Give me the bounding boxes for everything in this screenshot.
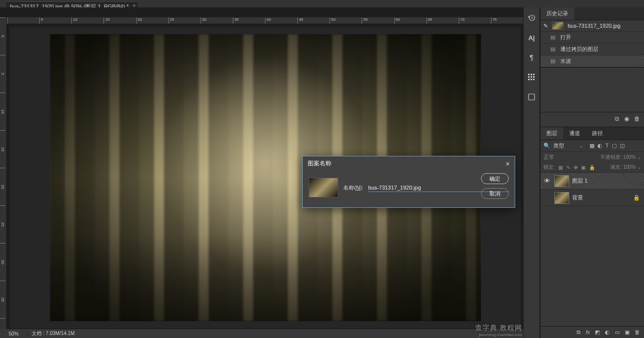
svg-rect-2 [531,74,532,75]
snapshot-icon[interactable]: ◉ [624,115,629,124]
ok-button[interactable]: 确定 [481,173,509,184]
watermark: 查字典 教程网 jiaocheng.chazidian.com [475,324,522,337]
history-step-label: 打开 [560,34,571,41]
paragraph-icon[interactable]: ¶ [525,51,538,64]
history-item[interactable]: ▤通过拷贝的图层 [540,44,644,55]
dialog-title: 图案名称 [308,159,331,168]
layer-row[interactable]: 👁图层 1 [540,173,644,190]
history-step-icon: ▤ [549,35,556,41]
ruler-vertical[interactable]: 051015202530354045 [0,17,7,329]
fill-label: 填充: [610,164,622,170]
close-icon[interactable]: × [506,160,510,168]
zoom-field[interactable]: 50% [0,331,28,337]
svg-rect-7 [528,79,530,80]
create-document-icon[interactable]: ⧉ [615,115,619,124]
fill-value[interactable]: 100% [623,164,636,170]
history-step-icon: ▤ [549,47,556,52]
lock-icon: 🔒 [633,194,640,201]
history-item[interactable]: ▤打开 [540,32,644,44]
swatches-icon[interactable] [525,91,538,103]
filter-shape-icon[interactable]: ▢ [612,143,617,149]
lock-artboard-icon[interactable]: ▣ [581,165,586,170]
history-source-label: bus-731317_1920.jpg [568,23,620,29]
filter-smart-icon[interactable]: ◫ [620,143,625,149]
svg-rect-1 [528,74,530,75]
grid-icon[interactable] [525,71,538,84]
lock-brush-icon[interactable]: ✎ [566,165,570,170]
link-layers-icon[interactable]: ⧉ [577,329,581,336]
lock-all-icon[interactable]: 🔒 [589,165,595,170]
mask-icon[interactable]: ◩ [595,329,600,336]
ruler-horizontal[interactable]: 51015202530354045505560657075 [7,17,523,24]
kind-select[interactable]: 类型 [553,142,576,149]
pattern-name-dialog: 图案名称 × 名称(N): 确定 取消 [302,156,515,208]
layer-thumbnail[interactable] [554,175,569,187]
tab-layers[interactable]: 图层 [540,127,563,140]
svg-rect-5 [531,76,532,78]
new-layer-icon[interactable]: ▣ [625,329,630,336]
lock-label: 锁定: [543,164,555,171]
history-thumbnail [552,22,564,30]
history-step-icon: ▤ [549,58,556,64]
layers-panel: 图层通道路径 🔍 类型 ⌄ ▦ ◐ T ▢ ◫ 正常 不透明度: 100% ⌄ … [540,127,644,338]
history-step-label: 通过拷贝的图层 [560,46,598,53]
lock-position-icon[interactable]: ✥ [574,165,578,170]
filter-type-icon[interactable]: T [605,143,609,149]
search-icon[interactable]: 🔍 [543,143,550,149]
history-panel: 历史记录 ✎ bus-731317_1920.jpg ▤打开▤通过拷贝的图层▤水… [540,7,644,127]
filter-pixel-icon[interactable]: ▦ [590,143,594,149]
character-icon[interactable]: A| [525,31,538,44]
fx-icon[interactable]: fx [586,329,590,336]
opacity-value[interactable]: 100% [623,154,636,160]
trash-icon[interactable]: 🗑 [634,115,640,124]
filter-adjust-icon[interactable]: ◐ [597,143,602,149]
tab-paths[interactable]: 路径 [586,127,609,140]
layer-name[interactable]: 背景 [572,194,583,201]
trash-icon[interactable]: 🗑 [635,329,640,336]
layer-thumbnail[interactable] [554,192,569,204]
document-info[interactable]: 文档 : 7.03M/14.1M [28,330,79,337]
pattern-thumbnail [309,178,338,197]
visibility-icon[interactable]: 👁 [542,177,551,185]
history-icon[interactable] [525,11,538,24]
history-step-label: 水波 [560,57,571,65]
opacity-label: 不透明度: [600,154,622,160]
brush-icon: ✎ [543,23,550,29]
history-item[interactable]: ▤水波 [540,55,644,67]
canvas-area: 51015202530354045505560657075 0510152025… [0,7,523,338]
collapsed-panel-dock: A| ¶ [523,7,540,338]
layer-row[interactable]: 背景🔒 [540,190,644,206]
status-bar: 50% 文档 : 7.03M/14.1M [0,329,523,338]
svg-rect-3 [533,74,535,75]
svg-rect-6 [533,76,535,78]
history-source[interactable]: ✎ bus-731317_1920.jpg [540,20,644,32]
tab-history[interactable]: 历史记录 [540,7,574,20]
adjustment-icon[interactable]: ◐ [605,329,610,336]
svg-rect-9 [533,79,535,80]
layer-name[interactable]: 图层 1 [572,177,588,185]
svg-rect-10 [529,94,535,100]
blend-mode-select[interactable]: 正常 [543,153,573,161]
lock-pixels-icon[interactable]: ▦ [558,165,563,170]
tab-channels[interactable]: 通道 [563,127,586,140]
cancel-button[interactable]: 取消 [481,188,509,199]
svg-rect-8 [531,79,532,80]
group-icon[interactable]: ▭ [615,329,620,336]
svg-rect-4 [528,76,530,78]
name-label: 名称(N): [343,184,363,192]
